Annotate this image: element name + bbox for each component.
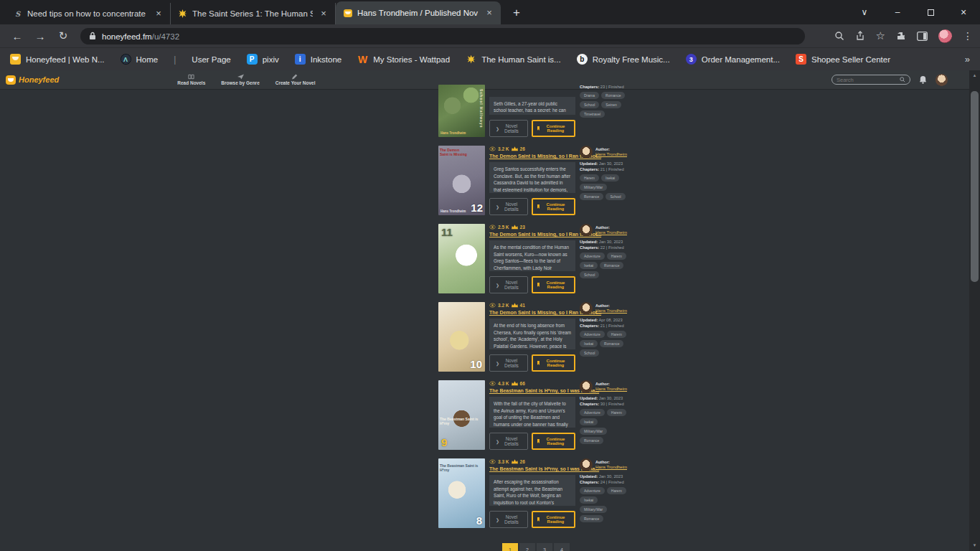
genre-tag[interactable]: Harem (607, 253, 626, 260)
genre-tag[interactable]: School (606, 193, 625, 200)
novel-cover[interactable]: 10 (438, 302, 485, 372)
continue-reading-button[interactable]: Continue Reading (532, 276, 575, 293)
bookmark-user-page[interactable]: User Page (192, 55, 230, 64)
browser-tab-1[interactable]: S Need tips on how to concentrate × (6, 3, 171, 24)
author-link[interactable]: Hans Trondheim (595, 230, 627, 235)
notification-bell-icon[interactable] (919, 75, 927, 84)
new-tab-button[interactable]: + (508, 6, 525, 20)
genre-tag[interactable]: Military/War (580, 428, 607, 435)
novel-details-button[interactable]: ❯ Novel Details (489, 120, 528, 137)
tab-search-chevron-icon[interactable]: ∨ (848, 0, 881, 24)
genre-tag[interactable]: Drama (580, 92, 599, 99)
author-avatar[interactable] (580, 458, 593, 471)
author-avatar[interactable] (580, 302, 593, 315)
bookmark-royalty-music[interactable]: b Royalty Free Music... (577, 54, 670, 65)
tab-close-icon[interactable]: × (153, 8, 164, 19)
genre-tag[interactable]: Seinen (601, 101, 621, 108)
genre-tag[interactable]: Harem (607, 409, 626, 416)
back-button[interactable]: ← (7, 26, 27, 46)
genre-tag[interactable]: Adventure (580, 331, 605, 338)
bookmark-home[interactable]: Λ Home (121, 54, 159, 65)
genre-tag[interactable]: Isekai (580, 496, 598, 504)
genre-tag[interactable]: Romance (580, 193, 603, 200)
close-window-button[interactable]: × (947, 0, 980, 24)
novel-title-link[interactable]: The Beastman Saint is H*rny, so I was Ki… (489, 388, 575, 393)
genre-tag[interactable]: Isekai (601, 174, 619, 182)
author-avatar[interactable] (580, 380, 593, 393)
genre-tag[interactable]: Adventure (580, 253, 605, 260)
genre-tag[interactable]: School (580, 349, 599, 357)
author-link[interactable]: Hans Trondheim (595, 465, 627, 469)
genre-tag[interactable]: Romance (601, 92, 625, 99)
genre-tag[interactable]: Harem (580, 174, 599, 182)
genre-tag[interactable]: School (580, 271, 599, 278)
address-bar[interactable]: honeyfeed.fm/u/4732 (80, 28, 805, 44)
novel-details-button[interactable]: ❯ Novel Details (489, 354, 528, 372)
genre-tag[interactable]: Isekai (580, 418, 598, 425)
genre-tag[interactable]: Military/War (580, 184, 607, 191)
novel-cover[interactable]: The Demon Saint is Missing 12 Hans Trond… (438, 146, 485, 215)
browser-tab-2[interactable]: The Saint Series 1: The Human Sa × (171, 3, 336, 24)
search-box[interactable] (831, 75, 910, 85)
bookmark-star-icon[interactable]: ☆ (876, 29, 885, 42)
continue-reading-button[interactable]: Continue Reading (532, 354, 575, 372)
genre-tag[interactable]: Romance (600, 340, 623, 347)
menu-kebab-icon[interactable]: ⋮ (963, 30, 973, 42)
browser-tab-active[interactable]: Hans Trondheim / Published Nov × (336, 1, 501, 24)
bookmarks-overflow-icon[interactable]: » (965, 54, 970, 65)
author-avatar[interactable] (580, 146, 593, 159)
page-button-3[interactable]: 3 (537, 543, 552, 551)
share-icon[interactable] (855, 31, 865, 41)
profile-avatar[interactable] (938, 29, 952, 43)
scrollbar-thumb[interactable] (971, 91, 979, 282)
author-avatar[interactable] (580, 224, 593, 237)
page-button-4[interactable]: 4 (554, 543, 570, 551)
novel-cover[interactable]: School Hallways Hans Trondheim (438, 85, 485, 137)
genre-tag[interactable]: Romance (580, 515, 603, 522)
continue-reading-button[interactable]: Continue Reading (532, 511, 575, 528)
genre-tag[interactable]: Adventure (580, 487, 605, 494)
novel-details-button[interactable]: ❯ Novel Details (489, 433, 528, 450)
author-link[interactable]: Hans Trondheim (595, 309, 627, 313)
tab-close-icon[interactable]: × (318, 8, 329, 19)
genre-tag[interactable]: Harem (607, 487, 626, 494)
scroll-down-icon[interactable]: ▼ (969, 540, 980, 551)
novel-title-link[interactable]: The Demon Saint is Missing, so I Ran to … (489, 154, 575, 159)
nav-browse-by-genre[interactable]: Browse by Genre (221, 74, 259, 85)
user-avatar[interactable] (936, 74, 948, 86)
novel-title-link[interactable]: The Beastman Saint is H*rny, so I was Ki… (489, 466, 575, 471)
author-link[interactable]: Hans Trondheim (595, 387, 627, 391)
genre-tag[interactable]: School (580, 101, 599, 108)
continue-reading-button[interactable]: Continue Reading (532, 198, 575, 215)
page-button-2[interactable]: 2 (519, 543, 535, 551)
novel-details-button[interactable]: ❯ Novel Details (489, 511, 528, 528)
bookmark-wattpad[interactable]: W My Stories - Wattpad (357, 54, 450, 65)
genre-tag[interactable]: Harem (607, 331, 626, 338)
maximize-button[interactable] (914, 0, 947, 24)
bookmark-shopee[interactable]: S Shopee Seller Center (796, 54, 890, 65)
genre-tag[interactable]: Adventure (580, 409, 605, 416)
novel-details-button[interactable]: ❯ Novel Details (489, 276, 528, 293)
genre-tag[interactable]: Military/War (580, 506, 607, 513)
continue-reading-button[interactable]: Continue Reading (532, 120, 575, 137)
forward-button[interactable]: → (30, 26, 50, 46)
bookmark-inkstone[interactable]: i Inkstone (295, 54, 341, 65)
continue-reading-button[interactable]: Continue Reading (532, 433, 575, 450)
extensions-puzzle-icon[interactable] (896, 31, 906, 41)
bookmark-human-saint[interactable]: The Human Saint is... (466, 54, 561, 65)
bookmark-honeyfeed[interactable]: Honeyfeed | Web N... (10, 54, 105, 65)
bookmark-order-management[interactable]: 3 Order Management... (686, 54, 780, 65)
genre-tag[interactable]: Isekai (580, 340, 598, 347)
search-input[interactable] (837, 77, 897, 83)
bookmark-pixiv[interactable]: P pixiv (247, 54, 279, 65)
novel-cover[interactable]: The Beastman Saint is H*rny 9 (438, 380, 485, 450)
nav-create-your-novel[interactable]: Create Your Novel (275, 74, 316, 85)
novel-title-link[interactable]: The Demon Saint is Missing, so I Ran to … (489, 232, 575, 237)
author-link[interactable]: Hans Trondheim (595, 152, 627, 156)
novel-title-link[interactable]: The Demon Saint is Missing, so I Ran to … (489, 310, 575, 315)
page-scrollbar[interactable]: ▲ ▼ (969, 70, 980, 551)
page-button-1[interactable]: 1 (502, 543, 518, 551)
side-panel-icon[interactable] (917, 32, 928, 41)
minimize-button[interactable]: – (881, 0, 914, 24)
reload-button[interactable]: ↻ (53, 26, 73, 46)
